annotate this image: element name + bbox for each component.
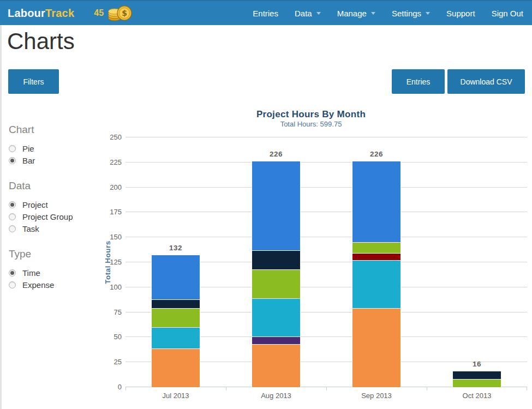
bar-total-label-oct-2013: 16 [452,360,501,368]
bar-segment-aug-2013-0[interactable] [252,344,301,388]
bar-segment-sep-2013-2[interactable] [352,252,401,261]
nav-item-data[interactable]: Data [286,1,329,26]
chevron-down-icon [316,12,321,15]
group-heading-chart: Chart [9,124,99,135]
radio-button-time[interactable] [9,269,16,276]
bar-total-label-sep-2013: 226 [352,150,401,158]
xaxis-tick [326,387,327,390]
coins-icon: $ [107,2,133,24]
ytick-label-175: 175 [90,208,122,216]
nav-item-label: Settings [392,9,421,18]
ytick-label-0: 0 [90,383,122,391]
xaxis-tick [226,387,226,390]
radio-button-bar[interactable] [9,157,16,164]
radio-button-project-group[interactable] [9,213,16,220]
nav-item-label: Sign Out [492,9,523,18]
chart-panel: Project Hours By Month Total Hours: 599.… [90,107,532,406]
page-title: Charts [7,28,75,55]
radio-button-expense[interactable] [9,281,16,288]
bar-segment-sep-2013-4[interactable] [352,161,401,243]
gridline-225 [125,162,527,163]
bar-segment-aug-2013-1[interactable] [252,336,301,345]
brand-logo[interactable]: LabourTrack [8,7,74,20]
ytick-label-150: 150 [90,233,122,241]
bar-segment-jul-2013-4[interactable] [151,255,200,300]
bar-segment-aug-2013-2[interactable] [252,298,301,337]
gridline-150 [125,237,527,237]
bar-aug-2013[interactable] [252,160,301,387]
radio-button-task[interactable] [9,225,16,232]
xaxis-category-label-jul-2013: Jul 2013 [138,392,214,400]
chevron-down-icon [426,12,430,15]
bar-segment-sep-2013-1[interactable] [352,260,401,309]
brand-part-track: Track [45,7,74,19]
radio-label: Pie [22,144,34,153]
radio-option-project[interactable]: Project [9,199,99,210]
nav-item-support[interactable]: Support [438,1,483,26]
bar-segment-jul-2013-0[interactable] [151,348,200,388]
ytick-label-25: 25 [90,358,122,366]
radio-button-pie[interactable] [9,145,16,152]
bar-segment-sep-2013-3[interactable] [352,242,401,253]
top-navbar: LabourTrack 45 $ EntriesDataManageSettin… [0,0,532,25]
filter-group-type: TypeTimeExpense [9,249,99,291]
nav-item-entries[interactable]: Entries [244,1,286,26]
bar-segment-aug-2013-4[interactable] [252,250,301,270]
bar-segment-jul-2013-1[interactable] [151,327,200,348]
gridline-250 [125,137,527,137]
page: LabourTrack 45 $ EntriesDataManageSettin… [0,0,532,409]
radio-label: Expense [22,280,54,290]
page-edge-divider [0,25,2,409]
xaxis-category-label-oct-2013: Oct 2013 [439,392,515,400]
nav-item-label: Data [295,9,312,18]
ytick-label-125: 125 [90,258,122,266]
xaxis-tick [125,387,126,390]
plot-area: 132Jul 2013226Aug 2013226Sep 201316Oct 2… [125,137,527,387]
download-csv-button[interactable]: Download CSV [447,69,525,94]
filters-button[interactable]: Filters [8,69,59,94]
radio-option-time[interactable]: Time [9,267,99,279]
bar-total-label-aug-2013: 226 [252,150,301,158]
group-heading-data: Data [9,181,99,191]
nav-item-label: Support [446,9,475,18]
gridline-175 [125,212,527,212]
ytick-label-50: 50 [90,333,122,341]
radio-option-task[interactable]: Task [9,222,99,234]
radio-label: Project Group [22,212,73,221]
radio-option-expense[interactable]: Expense [9,279,99,291]
xaxis-tick [427,387,427,390]
ytick-label-225: 225 [90,159,122,166]
bar-segment-jul-2013-3[interactable] [151,299,200,309]
bar-total-label-jul-2013: 132 [151,244,200,252]
radio-label: Bar [22,156,35,165]
bar-segment-sep-2013-0[interactable] [352,308,401,388]
chart-title: Project Hours By Month [90,109,532,120]
chevron-down-icon [371,12,375,15]
nav-item-manage[interactable]: Manage [329,1,384,26]
chart-subtitle: Total Hours: 599.75 [90,120,532,128]
filter-group-data: DataProjectProject GroupTask [9,181,99,234]
bar-segment-aug-2013-5[interactable] [252,161,301,251]
credits-count: 45 [94,8,104,18]
radio-option-bar[interactable]: Bar [9,154,99,166]
bar-sep-2013[interactable] [352,160,401,387]
bar-segment-jul-2013-2[interactable] [151,308,200,328]
sidebar: ChartPieBarDataProjectProject GroupTaskT… [9,124,99,291]
nav-item-sign-out[interactable]: Sign Out [483,1,524,26]
bar-segment-oct-2013-0[interactable] [452,378,501,388]
bar-segment-aug-2013-3[interactable] [252,269,301,299]
bar-oct-2013[interactable] [452,370,501,387]
nav-item-settings[interactable]: Settings [384,1,438,26]
bar-jul-2013[interactable] [151,254,200,387]
radio-button-project[interactable] [9,201,16,208]
radio-option-project-group[interactable]: Project Group [9,210,99,222]
ytick-label-100: 100 [90,284,122,291]
entries-button[interactable]: Entries [392,69,445,94]
nav-item-label: Manage [337,9,367,18]
radio-option-pie[interactable]: Pie [9,142,99,154]
bar-segment-oct-2013-1[interactable] [452,371,501,380]
radio-label: Project [22,200,48,209]
ytick-label-250: 250 [90,134,122,141]
brand-part-labour: Labour [8,7,45,19]
radio-label: Task [22,224,39,233]
